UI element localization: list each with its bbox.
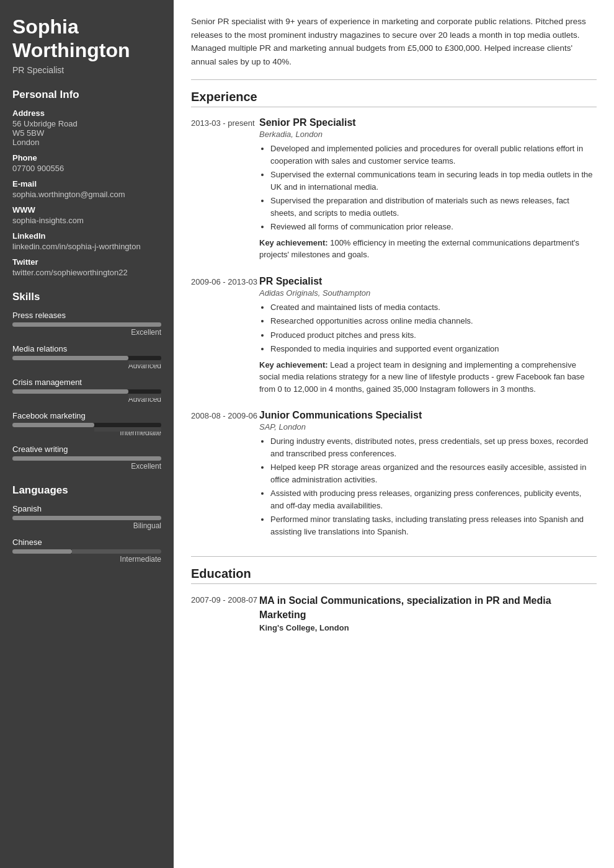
school-name: King's College, London [259, 623, 597, 632]
email-value: sophia.worthington@gmail.com [12, 190, 161, 199]
bullet-item: During industry events, distributed note… [270, 435, 597, 459]
bullet-item: Created and maintained lists of media co… [270, 301, 597, 314]
job-title: PR Specialist [259, 276, 597, 287]
bullet-item: Helped keep PR storage areas organized a… [270, 461, 597, 485]
skill-item: Facebook marketingIntermediate [12, 411, 161, 437]
bullet-item: Produced product pitches and press kits. [270, 329, 597, 342]
language-level: Intermediate [12, 555, 161, 564]
job-title: Senior PR Specialist [259, 117, 597, 128]
email-label: E-mail [12, 179, 161, 188]
bullet-item: Supervised the external communications t… [270, 169, 597, 193]
skill-level: Excellent [12, 328, 161, 337]
experience-heading: Experience [191, 90, 597, 107]
linkedin-label: LinkedIn [12, 231, 161, 241]
www-value: sophia-insights.com [12, 216, 161, 225]
experience-bullets: Created and maintained lists of media co… [259, 301, 597, 355]
skill-name: Creative writing [12, 445, 161, 454]
skills-heading: Skills [12, 291, 161, 303]
skills-list: Press releasesExcellentMedia relationsAd… [12, 311, 161, 471]
bullet-item: Developed and implemented policies and p… [270, 143, 597, 167]
bullet-item: Reviewed all forms of communication prio… [270, 221, 597, 233]
skill-name: Facebook marketing [12, 411, 161, 420]
language-item: ChineseIntermediate [12, 538, 161, 564]
degree-title: MA in Social Communications, specializat… [259, 594, 597, 622]
language-name: Chinese [12, 538, 161, 547]
experience-date: 2013-03 - present [191, 117, 259, 261]
twitter-value: twitter.com/sophieworthington22 [12, 268, 161, 277]
key-achievement: Key achievement: 100% efficiency in meet… [259, 237, 597, 261]
summary-text: Senior PR specialist with 9+ years of ex… [191, 15, 597, 68]
personal-info-heading: Personal Info [12, 89, 161, 101]
experience-block: 2013-03 - presentSenior PR SpecialistBer… [191, 117, 597, 261]
skill-item: Crisis managementAdvanced [12, 378, 161, 404]
language-name: Spanish [12, 504, 161, 513]
language-bar-bg [12, 516, 161, 520]
language-bar-fill [12, 549, 72, 554]
bullet-item: Responded to media inquiries and support… [270, 343, 597, 355]
skill-bar-bg [12, 389, 161, 394]
skill-level: Excellent [12, 462, 161, 471]
phone-value: 07700 900556 [12, 164, 161, 173]
address-value: 56 Uxbridge RoadW5 5BWLondon [12, 119, 161, 147]
skill-bar-fill [12, 423, 94, 427]
education-date: 2007-09 - 2008-07 [191, 594, 259, 632]
company-name: SAP, London [259, 422, 597, 432]
twitter-label: Twitter [12, 257, 161, 267]
education-heading: Education [191, 567, 597, 584]
skill-name: Media relations [12, 344, 161, 353]
skill-name: Crisis management [12, 378, 161, 387]
skill-item: Creative writingExcellent [12, 445, 161, 471]
experience-date: 2008-08 - 2009-06 [191, 410, 259, 541]
education-block: 2007-09 - 2008-07MA in Social Communicat… [191, 594, 597, 632]
main-content: Senior PR specialist with 9+ years of ex… [174, 0, 614, 868]
phone-label: Phone [12, 153, 161, 162]
skill-bar-bg [12, 322, 161, 327]
experience-block: 2009-06 - 2013-03PR SpecialistAdidas Ori… [191, 276, 597, 396]
experience-bullets: During industry events, distributed note… [259, 435, 597, 538]
skill-item: Press releasesExcellent [12, 311, 161, 337]
company-name: Berkadia, London [259, 130, 597, 139]
skill-bar-bg [12, 423, 161, 427]
resume-layout: Sophia Worthington PR Specialist Persona… [0, 0, 614, 868]
languages-list: SpanishBilingualChineseIntermediate [12, 504, 161, 564]
experience-content: Junior Communications SpecialistSAP, Lon… [259, 410, 597, 541]
skill-bar-fill [12, 389, 128, 394]
skill-bar-bg [12, 356, 161, 360]
experience-divider [191, 79, 597, 80]
key-achievement: Key achievement: Lead a project team in … [259, 359, 597, 396]
skill-name: Press releases [12, 311, 161, 320]
experience-list: 2013-03 - presentSenior PR SpecialistBer… [191, 117, 597, 541]
skill-item: Media relationsAdvanced [12, 344, 161, 370]
experience-date: 2009-06 - 2013-03 [191, 276, 259, 396]
language-level: Bilingual [12, 521, 161, 530]
www-label: WWW [12, 205, 161, 215]
skill-bar-bg [12, 456, 161, 461]
experience-bullets: Developed and implemented policies and p… [259, 143, 597, 233]
education-divider [191, 556, 597, 557]
skill-bar-fill [12, 356, 128, 360]
language-item: SpanishBilingual [12, 504, 161, 530]
bullet-item: Supervised the preparation and distribut… [270, 195, 597, 219]
bullet-item: Researched opportunities across online m… [270, 315, 597, 327]
language-bar-bg [12, 549, 161, 554]
candidate-name: Sophia Worthington [12, 15, 161, 63]
experience-content: Senior PR SpecialistBerkadia, LondonDeve… [259, 117, 597, 261]
bullet-item: Performed minor translating tasks, inclu… [270, 513, 597, 538]
experience-block: 2008-08 - 2009-06Junior Communications S… [191, 410, 597, 541]
language-bar-fill [12, 516, 161, 520]
company-name: Adidas Originals, Southampton [259, 288, 597, 298]
experience-content: PR SpecialistAdidas Originals, Southampt… [259, 276, 597, 396]
candidate-title: PR Specialist [12, 65, 161, 75]
skill-bar-fill [12, 456, 161, 461]
skill-bar-fill [12, 322, 161, 327]
sidebar: Sophia Worthington PR Specialist Persona… [0, 0, 174, 868]
languages-heading: Languages [12, 484, 161, 497]
education-list: 2007-09 - 2008-07MA in Social Communicat… [191, 594, 597, 632]
education-content: MA in Social Communications, specializat… [259, 594, 597, 632]
linkedin-value: linkedin.com/in/sophia-j-worthington [12, 242, 161, 251]
address-label: Address [12, 108, 161, 118]
bullet-item: Assisted with producing press releases, … [270, 487, 597, 512]
job-title: Junior Communications Specialist [259, 410, 597, 421]
